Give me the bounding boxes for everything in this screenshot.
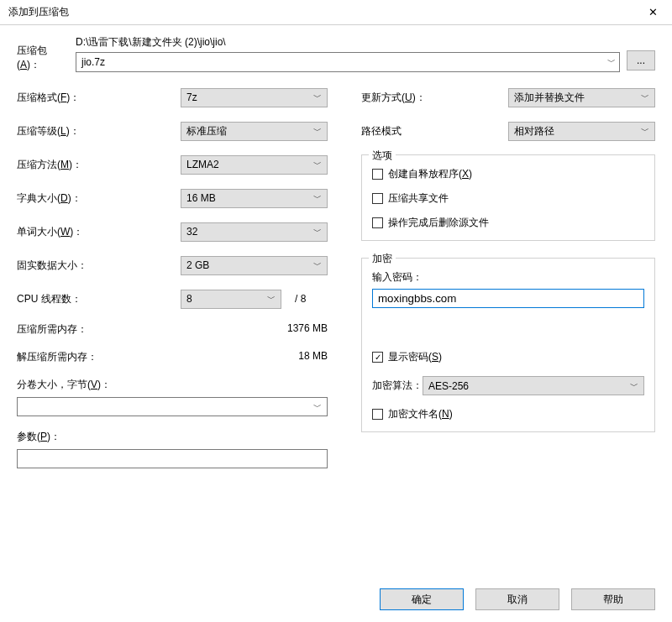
titlebar: 添加到压缩包 ✕: [0, 0, 672, 25]
chevron-down-icon: ﹀: [607, 56, 616, 68]
threads-max: / 8: [295, 293, 306, 305]
solid-select[interactable]: 2 GB﹀: [181, 256, 328, 275]
word-select[interactable]: 32﹀: [181, 222, 328, 242]
encrypt-names-label: 加密文件名(N): [388, 407, 453, 421]
encrypt-names-checkbox[interactable]: [372, 409, 383, 420]
level-label: 压缩等级(L)：: [17, 124, 181, 139]
shared-checkbox[interactable]: [372, 193, 383, 204]
sfx-checkbox[interactable]: [372, 169, 383, 180]
method-label: 压缩方法(M)：: [17, 158, 181, 172]
password-label: 输入密码：: [372, 270, 644, 285]
chevron-down-icon: ﹀: [267, 293, 276, 305]
options-legend: 选项: [369, 149, 396, 163]
close-button[interactable]: ✕: [634, 0, 672, 25]
method-select[interactable]: LZMA2﹀: [181, 155, 328, 175]
pathmode-label: 路径模式: [361, 124, 508, 139]
ok-button[interactable]: 确定: [380, 588, 464, 610]
chevron-down-icon: ﹀: [641, 125, 649, 137]
split-combo[interactable]: ﹀: [17, 397, 328, 416]
chevron-down-icon: ﹀: [313, 91, 322, 103]
format-label: 压缩格式(F)：: [17, 91, 181, 105]
encryption-fieldset: 加密 输入密码： 显示密码(S) 加密算法： AES-256﹀ 加密文件名(N): [361, 258, 655, 432]
close-icon: ✕: [648, 6, 658, 18]
show-password-checkbox[interactable]: [372, 352, 383, 363]
solid-label: 固实数据大小：: [17, 259, 181, 273]
word-label: 单词大小(W)：: [17, 225, 181, 239]
password-input[interactable]: [372, 289, 644, 308]
encryption-legend: 加密: [369, 252, 396, 266]
chevron-down-icon: ﹀: [313, 159, 322, 170]
shared-label: 压缩共享文件: [388, 191, 449, 206]
mem-compress-label: 压缩所需内存：: [17, 322, 87, 337]
mem-compress-value: 1376 MB: [287, 322, 328, 337]
params-input[interactable]: [17, 449, 328, 468]
format-select[interactable]: 7z﹀: [181, 88, 328, 107]
sfx-label: 创建自释放程序(X): [388, 167, 472, 181]
chevron-down-icon: ﹀: [313, 192, 322, 204]
show-password-label: 显示密码(S): [388, 350, 442, 364]
archive-label: 压缩包(A)：: [17, 35, 69, 72]
options-fieldset: 选项 创建自释放程序(X) 压缩共享文件 操作完成后删除源文件: [361, 154, 655, 241]
help-button[interactable]: 帮助: [571, 588, 655, 610]
cancel-button[interactable]: 取消: [475, 588, 559, 610]
chevron-down-icon: ﹀: [313, 125, 322, 137]
enc-algo-label: 加密算法：: [372, 379, 423, 393]
level-select[interactable]: 标准压缩﹀: [181, 122, 328, 141]
archive-path: D:\迅雷下载\新建文件夹 (2)\jio\jio\: [76, 35, 620, 50]
params-label: 参数(P)：: [17, 430, 328, 444]
threads-select[interactable]: 8﹀: [181, 290, 281, 309]
update-select[interactable]: 添加并替换文件﹀: [508, 88, 655, 107]
dict-select[interactable]: 16 MB﹀: [181, 189, 328, 208]
dict-label: 字典大小(D)：: [17, 191, 181, 206]
browse-button[interactable]: ...: [627, 50, 655, 71]
archive-filename-combo[interactable]: jio.7z ﹀: [76, 52, 620, 72]
update-label: 更新方式(U)：: [361, 91, 508, 105]
delete-label: 操作完成后删除源文件: [388, 216, 489, 230]
chevron-down-icon: ﹀: [641, 91, 649, 103]
pathmode-select[interactable]: 相对路径﹀: [508, 122, 655, 141]
delete-checkbox[interactable]: [372, 217, 383, 228]
split-label: 分卷大小，字节(V)：: [17, 378, 328, 392]
threads-label: CPU 线程数：: [17, 292, 181, 306]
mem-decompress-label: 解压缩所需内存：: [17, 350, 97, 364]
chevron-down-icon: ﹀: [313, 226, 322, 238]
chevron-down-icon: ﹀: [313, 401, 322, 413]
chevron-down-icon: ﹀: [630, 380, 638, 392]
chevron-down-icon: ﹀: [313, 259, 322, 271]
enc-algo-select[interactable]: AES-256﹀: [423, 376, 644, 395]
mem-decompress-value: 18 MB: [298, 350, 328, 364]
window-title: 添加到压缩包: [8, 5, 69, 19]
